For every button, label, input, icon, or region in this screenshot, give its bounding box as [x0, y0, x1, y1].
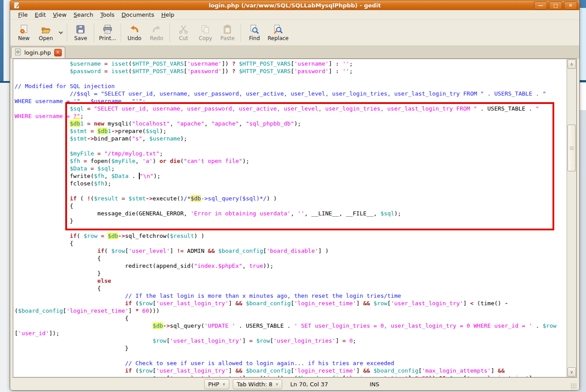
- toolbar-button-label: Print...: [99, 35, 116, 41]
- menubar: FileEditViewSearchToolsDocumentsHelp: [10, 10, 579, 20]
- new-icon: [19, 24, 29, 35]
- resize-grip[interactable]: [571, 383, 577, 389]
- code-line: }: [15, 270, 567, 277]
- scroll-down-icon[interactable]: ∨: [567, 367, 576, 377]
- language-mode-dropdown[interactable]: PHP ∨: [204, 379, 229, 389]
- background-window-edge-right: [579, 0, 586, 392]
- background-fragment: [579, 0, 586, 8]
- background-fragment: [579, 82, 586, 110]
- toolbar-button-label: Redo: [150, 35, 163, 41]
- chevron-down-icon: ∨: [222, 382, 225, 386]
- document-icon: [15, 48, 21, 57]
- code-line: //$sql = "SELECT user_id, username, user…: [15, 90, 567, 97]
- code-line: fclose($fh);: [15, 180, 567, 187]
- toolbar-save-button[interactable]: Save: [70, 23, 92, 42]
- menu-documents[interactable]: Documents: [118, 11, 158, 19]
- copy-icon: [200, 24, 211, 35]
- cursor-position: Ln 70, Col 37: [290, 381, 356, 388]
- code-line: $stmt->bind_param("s", $username);: [15, 135, 567, 142]
- code-line: $Data = $sql;: [15, 165, 567, 172]
- toolbar-button-label: Open: [39, 35, 53, 41]
- code-line: // Check to see if user is allowed to lo…: [15, 359, 567, 367]
- code-line: $sql = "SELECT user_id, username, user_p…: [15, 105, 567, 112]
- gedit-app-icon: [13, 2, 20, 9]
- toolbar-button-label: Copy: [199, 35, 212, 41]
- code-line: WHERE username = ?";: [15, 112, 567, 120]
- find-icon: [249, 24, 260, 35]
- title-bar[interactable]: login.php (/var/www/SQL/SQLLabMysqlPhpbb…: [10, 0, 579, 10]
- code-line: if ($row['user_last_login_try'] && $boar…: [15, 367, 567, 374]
- tab-close-icon[interactable]: ✕: [54, 49, 62, 56]
- toolbar-undo-button[interactable]: Undo: [123, 23, 146, 42]
- print-icon: [102, 24, 113, 35]
- open-icon: [41, 24, 51, 35]
- toolbar-replace-button[interactable]: Replace: [265, 23, 291, 42]
- menu-help[interactable]: Help: [158, 11, 178, 19]
- toolbar-button-label: Undo: [127, 35, 141, 41]
- menu-file[interactable]: File: [15, 11, 31, 19]
- toolbar-paste-button[interactable]: Paste: [216, 23, 239, 42]
- code-line: if ( !($result = $stmt->execute()/*$db->…: [15, 195, 567, 202]
- menu-view[interactable]: View: [49, 11, 70, 19]
- scroll-up-icon[interactable]: ∧: [567, 59, 576, 69]
- vertical-scrollbar[interactable]: ∧ ∨: [567, 59, 576, 377]
- background-fragment: [579, 8, 586, 80]
- code-line: ($board_config['login_reset_time'] * 60)…: [15, 307, 567, 314]
- menu-edit[interactable]: Edit: [31, 11, 49, 19]
- code-line: fwrite($fh, $Data . "\n");: [15, 172, 567, 180]
- toolbar-cut-button[interactable]: Cut: [172, 23, 194, 42]
- menu-tools[interactable]: Tools: [97, 11, 118, 19]
- code-line: if ($row['user_last_login_try'] && $boar…: [15, 300, 567, 307]
- code-line: message_die(GENERAL_ERROR, 'Error in obt…: [15, 210, 567, 217]
- code-line: $stmt = $db1->prepare($sql);: [15, 127, 567, 135]
- close-button[interactable]: ✕: [564, 1, 577, 10]
- toolbar-print-button[interactable]: Print...: [97, 23, 119, 42]
- code-line: [15, 225, 567, 232]
- toolbar-open-button[interactable]: Open: [35, 23, 57, 42]
- save-icon: [75, 24, 86, 35]
- insert-mode-indicator: INS: [370, 381, 379, 388]
- code-line: $myFile = "/tmp/mylog.txt";: [15, 150, 567, 157]
- code-line: $row['user_last_login_try'] >= (time() -…: [15, 374, 567, 377]
- maximize-button[interactable]: □: [549, 1, 562, 10]
- code-line: else: [15, 277, 567, 285]
- code-line: {: [15, 240, 567, 247]
- code-line: [15, 75, 567, 82]
- scrollbar-thumb[interactable]: [567, 125, 576, 171]
- code-line: {: [15, 285, 567, 292]
- code-line: $username = isset($HTTP_POST_VARS['usern…: [15, 60, 567, 67]
- window-title: login.php (/var/www/SQL/SQLLabMysqlPhpbb…: [10, 2, 579, 9]
- open-recent-dropdown[interactable]: [57, 26, 65, 39]
- toolbar-button-label: New: [18, 35, 30, 41]
- toolbar-copy-button[interactable]: Copy: [194, 23, 216, 42]
- menu-search[interactable]: Search: [70, 11, 97, 19]
- text-editor-area[interactable]: $username = isset($HTTP_POST_VARS['usern…: [13, 59, 567, 377]
- toolbar-new-button[interactable]: New: [13, 23, 35, 42]
- toolbar-separator: [121, 23, 121, 42]
- tab-width-dropdown[interactable]: Tab Width: 8 ∨: [233, 379, 282, 389]
- code-line: [15, 187, 567, 195]
- toolbar: NewOpenSavePrint...UndoRedoCutCopyPasteF…: [10, 20, 579, 46]
- tab-label: login.php: [24, 49, 51, 56]
- replace-icon: [273, 24, 284, 35]
- tab-width-label: Tab Width: 8: [237, 381, 272, 388]
- language-mode-label: PHP: [208, 381, 219, 388]
- minimize-button[interactable]: —: [534, 1, 547, 10]
- tab-login-php[interactable]: login.php ✕: [11, 47, 65, 58]
- editor-frame: $username = isset($HTTP_POST_VARS['usern…: [13, 59, 577, 377]
- status-bar: PHP ∨ Tab Width: 8 ∨ Ln 70, Col 37 INS: [10, 377, 579, 390]
- code-line: {: [15, 314, 567, 322]
- code-line: $row['user_last_login_try'] = $row['user…: [15, 337, 567, 344]
- toolbar-separator: [241, 23, 241, 42]
- code-line: }: [15, 217, 567, 225]
- code-line: if( $row['user_level'] != ADMIN && $boar…: [15, 247, 567, 255]
- code-line: ['user_id']);: [15, 329, 567, 337]
- undo-icon: [129, 24, 140, 35]
- paste-icon: [222, 24, 233, 35]
- toolbar-redo-button[interactable]: Redo: [146, 23, 168, 42]
- toolbar-button-label: Find: [249, 35, 260, 41]
- toolbar-find-button[interactable]: Find: [243, 23, 265, 42]
- toolbar-separator: [67, 23, 67, 42]
- background-window-divider: [0, 81, 10, 83]
- toolbar-button-label: Save: [74, 35, 87, 41]
